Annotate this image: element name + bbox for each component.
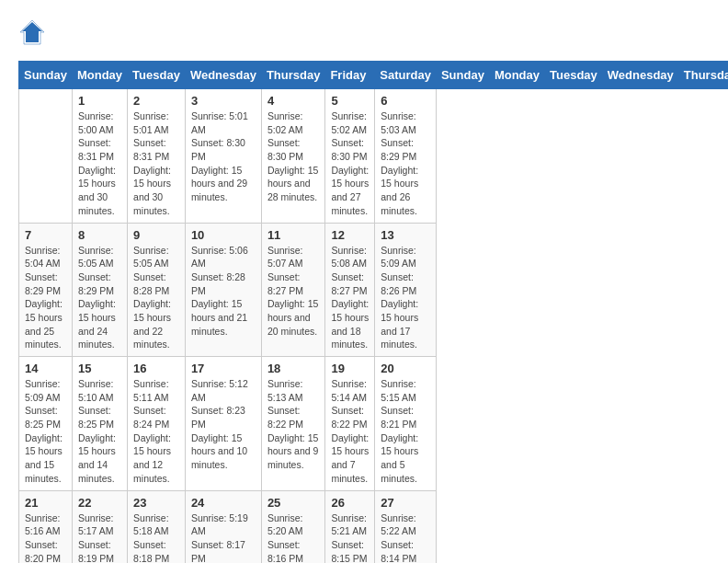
calendar-cell: 5Sunrise: 5:02 AMSunset: 8:30 PMDaylight…	[325, 89, 375, 224]
day-info: Sunrise: 5:21 AMSunset: 8:15 PMDaylight:…	[331, 511, 369, 564]
header-friday: Friday	[325, 62, 375, 89]
day-info: Sunrise: 5:01 AMSunset: 8:30 PMDaylight:…	[191, 109, 256, 204]
calendar-week-3: 14Sunrise: 5:09 AMSunset: 8:25 PMDayligh…	[19, 357, 729, 491]
calendar-cell: 27Sunrise: 5:22 AMSunset: 8:14 PMDayligh…	[375, 490, 437, 563]
header-thursday: Thursday	[261, 62, 325, 89]
header-sunday: Sunday	[436, 62, 489, 89]
calendar-week-4: 21Sunrise: 5:16 AMSunset: 8:20 PMDayligh…	[19, 490, 729, 563]
calendar-cell: 24Sunrise: 5:19 AMSunset: 8:17 PMDayligh…	[185, 490, 261, 563]
svg-marker-0	[22, 22, 42, 42]
day-number: 7	[25, 228, 66, 242]
day-info: Sunrise: 5:18 AMSunset: 8:18 PMDaylight:…	[133, 511, 179, 564]
calendar-header-row: SundayMondayTuesdayWednesdayThursdayFrid…	[19, 62, 729, 89]
day-info: Sunrise: 5:05 AMSunset: 8:29 PMDaylight:…	[78, 244, 121, 352]
day-number: 21	[25, 496, 66, 510]
calendar-cell: 7Sunrise: 5:04 AMSunset: 8:29 PMDaylight…	[19, 223, 73, 357]
header-thursday: Thursday	[678, 62, 728, 89]
day-info: Sunrise: 5:09 AMSunset: 8:26 PMDaylight:…	[381, 244, 430, 352]
calendar-cell: 19Sunrise: 5:14 AMSunset: 8:22 PMDayligh…	[325, 357, 375, 491]
calendar-cell: 18Sunrise: 5:13 AMSunset: 8:22 PMDayligh…	[261, 357, 325, 491]
day-info: Sunrise: 5:16 AMSunset: 8:20 PMDaylight:…	[25, 511, 66, 564]
day-number: 8	[78, 228, 121, 242]
calendar-cell: 22Sunrise: 5:17 AMSunset: 8:19 PMDayligh…	[72, 490, 127, 563]
calendar-cell	[19, 89, 73, 224]
day-number: 18	[267, 362, 320, 375]
calendar-cell: 20Sunrise: 5:15 AMSunset: 8:21 PMDayligh…	[375, 357, 437, 491]
calendar-cell: 12Sunrise: 5:08 AMSunset: 8:27 PMDayligh…	[325, 223, 375, 357]
day-number: 22	[78, 496, 121, 510]
header-monday: Monday	[72, 62, 127, 89]
calendar-cell: 25Sunrise: 5:20 AMSunset: 8:16 PMDayligh…	[261, 490, 325, 563]
logo-icon	[18, 18, 46, 46]
header-wednesday: Wednesday	[185, 62, 261, 89]
day-info: Sunrise: 5:22 AMSunset: 8:14 PMDaylight:…	[381, 511, 430, 564]
day-number: 11	[267, 228, 320, 242]
day-info: Sunrise: 5:03 AMSunset: 8:29 PMDaylight:…	[381, 109, 430, 218]
day-number: 26	[331, 496, 369, 510]
calendar-cell: 15Sunrise: 5:10 AMSunset: 8:25 PMDayligh…	[72, 357, 127, 491]
calendar-cell: 9Sunrise: 5:05 AMSunset: 8:28 PMDaylight…	[128, 223, 186, 357]
calendar-table: SundayMondayTuesdayWednesdayThursdayFrid…	[18, 61, 728, 563]
day-info: Sunrise: 5:06 AMSunset: 8:28 PMDaylight:…	[191, 244, 256, 339]
header-tuesday: Tuesday	[545, 62, 603, 89]
day-number: 1	[78, 94, 121, 108]
day-number: 27	[381, 496, 430, 510]
day-info: Sunrise: 5:10 AMSunset: 8:25 PMDaylight:…	[78, 377, 121, 486]
day-number: 4	[267, 94, 320, 108]
day-info: Sunrise: 5:12 AMSunset: 8:23 PMDaylight:…	[191, 377, 256, 472]
calendar-cell: 1Sunrise: 5:00 AMSunset: 8:31 PMDaylight…	[72, 89, 127, 224]
day-info: Sunrise: 5:01 AMSunset: 8:31 PMDaylight:…	[133, 109, 179, 218]
calendar-cell: 16Sunrise: 5:11 AMSunset: 8:24 PMDayligh…	[128, 357, 186, 491]
calendar-cell: 4Sunrise: 5:02 AMSunset: 8:30 PMDaylight…	[261, 89, 325, 224]
day-number: 23	[133, 496, 179, 510]
day-info: Sunrise: 5:15 AMSunset: 8:21 PMDaylight:…	[381, 377, 430, 486]
calendar-week-2: 7Sunrise: 5:04 AMSunset: 8:29 PMDaylight…	[19, 223, 729, 357]
header-sunday: Sunday	[19, 62, 73, 89]
calendar-cell: 23Sunrise: 5:18 AMSunset: 8:18 PMDayligh…	[128, 490, 186, 563]
logo	[18, 18, 51, 46]
calendar-cell: 3Sunrise: 5:01 AMSunset: 8:30 PMDaylight…	[185, 89, 261, 224]
calendar-cell: 14Sunrise: 5:09 AMSunset: 8:25 PMDayligh…	[19, 357, 73, 491]
day-number: 14	[25, 362, 66, 375]
day-info: Sunrise: 5:02 AMSunset: 8:30 PMDaylight:…	[331, 109, 369, 218]
page-header	[18, 18, 710, 46]
day-info: Sunrise: 5:13 AMSunset: 8:22 PMDaylight:…	[267, 377, 320, 472]
calendar-cell: 8Sunrise: 5:05 AMSunset: 8:29 PMDaylight…	[72, 223, 127, 357]
day-info: Sunrise: 5:19 AMSunset: 8:17 PMDaylight:…	[191, 511, 256, 564]
day-number: 20	[381, 362, 430, 375]
day-info: Sunrise: 5:11 AMSunset: 8:24 PMDaylight:…	[133, 377, 179, 486]
day-info: Sunrise: 5:17 AMSunset: 8:19 PMDaylight:…	[78, 511, 121, 564]
day-number: 9	[133, 228, 179, 242]
day-info: Sunrise: 5:07 AMSunset: 8:27 PMDaylight:…	[267, 244, 320, 339]
day-info: Sunrise: 5:00 AMSunset: 8:31 PMDaylight:…	[78, 109, 121, 218]
day-number: 24	[191, 496, 256, 510]
day-number: 5	[331, 94, 369, 108]
calendar-cell: 11Sunrise: 5:07 AMSunset: 8:27 PMDayligh…	[261, 223, 325, 357]
header-monday: Monday	[489, 62, 544, 89]
day-number: 3	[191, 94, 256, 108]
calendar-cell: 13Sunrise: 5:09 AMSunset: 8:26 PMDayligh…	[375, 223, 437, 357]
calendar-cell: 21Sunrise: 5:16 AMSunset: 8:20 PMDayligh…	[19, 490, 73, 563]
day-info: Sunrise: 5:08 AMSunset: 8:27 PMDaylight:…	[331, 244, 369, 352]
day-number: 17	[191, 362, 256, 375]
day-number: 12	[331, 228, 369, 242]
day-number: 15	[78, 362, 121, 375]
day-info: Sunrise: 5:09 AMSunset: 8:25 PMDaylight:…	[25, 377, 66, 486]
day-info: Sunrise: 5:05 AMSunset: 8:28 PMDaylight:…	[133, 244, 179, 352]
calendar-cell: 2Sunrise: 5:01 AMSunset: 8:31 PMDaylight…	[128, 89, 186, 224]
calendar-cell: 6Sunrise: 5:03 AMSunset: 8:29 PMDaylight…	[375, 89, 437, 224]
day-info: Sunrise: 5:02 AMSunset: 8:30 PMDaylight:…	[267, 109, 320, 204]
day-number: 6	[381, 94, 430, 108]
day-number: 16	[133, 362, 179, 375]
header-tuesday: Tuesday	[128, 62, 186, 89]
day-number: 13	[381, 228, 430, 242]
calendar-week-1: 1Sunrise: 5:00 AMSunset: 8:31 PMDaylight…	[19, 89, 729, 224]
day-info: Sunrise: 5:14 AMSunset: 8:22 PMDaylight:…	[331, 377, 369, 486]
calendar-cell: 26Sunrise: 5:21 AMSunset: 8:15 PMDayligh…	[325, 490, 375, 563]
day-info: Sunrise: 5:04 AMSunset: 8:29 PMDaylight:…	[25, 244, 66, 352]
header-wednesday: Wednesday	[602, 62, 678, 89]
day-number: 10	[191, 228, 256, 242]
calendar-cell: 17Sunrise: 5:12 AMSunset: 8:23 PMDayligh…	[185, 357, 261, 491]
calendar-cell: 10Sunrise: 5:06 AMSunset: 8:28 PMDayligh…	[185, 223, 261, 357]
day-number: 2	[133, 94, 179, 108]
